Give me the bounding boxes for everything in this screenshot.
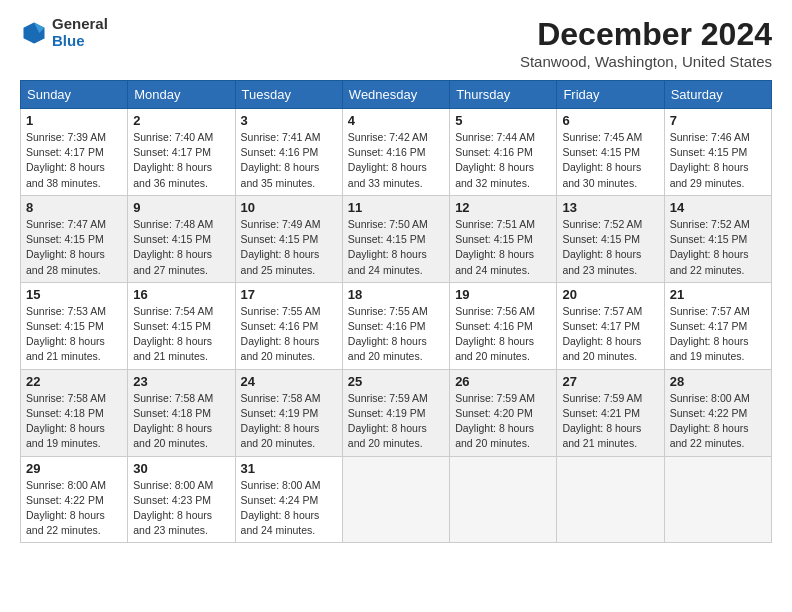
calendar-cell: [450, 456, 557, 543]
day-number: 16: [133, 287, 229, 302]
day-info: Sunrise: 8:00 AM Sunset: 4:24 PM Dayligh…: [241, 478, 337, 539]
day-header-monday: Monday: [128, 81, 235, 109]
day-info: Sunrise: 7:46 AM Sunset: 4:15 PM Dayligh…: [670, 130, 766, 191]
day-header-friday: Friday: [557, 81, 664, 109]
calendar-cell: 12Sunrise: 7:51 AM Sunset: 4:15 PM Dayli…: [450, 195, 557, 282]
calendar-cell: [342, 456, 449, 543]
calendar-cell: 23Sunrise: 7:58 AM Sunset: 4:18 PM Dayli…: [128, 369, 235, 456]
day-info: Sunrise: 7:39 AM Sunset: 4:17 PM Dayligh…: [26, 130, 122, 191]
day-number: 8: [26, 200, 122, 215]
day-info: Sunrise: 7:55 AM Sunset: 4:16 PM Dayligh…: [241, 304, 337, 365]
day-info: Sunrise: 7:41 AM Sunset: 4:16 PM Dayligh…: [241, 130, 337, 191]
day-number: 28: [670, 374, 766, 389]
calendar-cell: 14Sunrise: 7:52 AM Sunset: 4:15 PM Dayli…: [664, 195, 771, 282]
calendar-cell: 18Sunrise: 7:55 AM Sunset: 4:16 PM Dayli…: [342, 282, 449, 369]
calendar-cell: 11Sunrise: 7:50 AM Sunset: 4:15 PM Dayli…: [342, 195, 449, 282]
calendar-cell: 28Sunrise: 8:00 AM Sunset: 4:22 PM Dayli…: [664, 369, 771, 456]
calendar-cell: 9Sunrise: 7:48 AM Sunset: 4:15 PM Daylig…: [128, 195, 235, 282]
logo-blue-text: Blue: [52, 33, 108, 50]
day-number: 10: [241, 200, 337, 215]
day-info: Sunrise: 7:50 AM Sunset: 4:15 PM Dayligh…: [348, 217, 444, 278]
day-info: Sunrise: 7:59 AM Sunset: 4:21 PM Dayligh…: [562, 391, 658, 452]
day-header-tuesday: Tuesday: [235, 81, 342, 109]
day-info: Sunrise: 7:57 AM Sunset: 4:17 PM Dayligh…: [670, 304, 766, 365]
day-info: Sunrise: 7:56 AM Sunset: 4:16 PM Dayligh…: [455, 304, 551, 365]
day-header-wednesday: Wednesday: [342, 81, 449, 109]
day-number: 14: [670, 200, 766, 215]
calendar-cell: 7Sunrise: 7:46 AM Sunset: 4:15 PM Daylig…: [664, 109, 771, 196]
day-info: Sunrise: 7:52 AM Sunset: 4:15 PM Dayligh…: [562, 217, 658, 278]
day-info: Sunrise: 7:54 AM Sunset: 4:15 PM Dayligh…: [133, 304, 229, 365]
logo-general-text: General: [52, 16, 108, 33]
day-number: 20: [562, 287, 658, 302]
day-number: 7: [670, 113, 766, 128]
calendar-cell: 8Sunrise: 7:47 AM Sunset: 4:15 PM Daylig…: [21, 195, 128, 282]
day-number: 1: [26, 113, 122, 128]
day-info: Sunrise: 7:52 AM Sunset: 4:15 PM Dayligh…: [670, 217, 766, 278]
day-number: 12: [455, 200, 551, 215]
calendar-cell: 3Sunrise: 7:41 AM Sunset: 4:16 PM Daylig…: [235, 109, 342, 196]
day-info: Sunrise: 7:59 AM Sunset: 4:19 PM Dayligh…: [348, 391, 444, 452]
day-number: 15: [26, 287, 122, 302]
calendar-cell: 15Sunrise: 7:53 AM Sunset: 4:15 PM Dayli…: [21, 282, 128, 369]
calendar-cell: 27Sunrise: 7:59 AM Sunset: 4:21 PM Dayli…: [557, 369, 664, 456]
day-number: 13: [562, 200, 658, 215]
day-info: Sunrise: 7:44 AM Sunset: 4:16 PM Dayligh…: [455, 130, 551, 191]
day-number: 5: [455, 113, 551, 128]
calendar-cell: 16Sunrise: 7:54 AM Sunset: 4:15 PM Dayli…: [128, 282, 235, 369]
calendar-cell: 2Sunrise: 7:40 AM Sunset: 4:17 PM Daylig…: [128, 109, 235, 196]
title-block: December 2024 Stanwood, Washington, Unit…: [520, 16, 772, 70]
day-info: Sunrise: 8:00 AM Sunset: 4:22 PM Dayligh…: [26, 478, 122, 539]
day-number: 22: [26, 374, 122, 389]
day-info: Sunrise: 7:53 AM Sunset: 4:15 PM Dayligh…: [26, 304, 122, 365]
calendar-cell: 19Sunrise: 7:56 AM Sunset: 4:16 PM Dayli…: [450, 282, 557, 369]
day-info: Sunrise: 7:48 AM Sunset: 4:15 PM Dayligh…: [133, 217, 229, 278]
calendar-cell: [557, 456, 664, 543]
day-header-saturday: Saturday: [664, 81, 771, 109]
day-info: Sunrise: 8:00 AM Sunset: 4:23 PM Dayligh…: [133, 478, 229, 539]
calendar-cell: 10Sunrise: 7:49 AM Sunset: 4:15 PM Dayli…: [235, 195, 342, 282]
month-title: December 2024: [520, 16, 772, 53]
location-subtitle: Stanwood, Washington, United States: [520, 53, 772, 70]
calendar-cell: 24Sunrise: 7:58 AM Sunset: 4:19 PM Dayli…: [235, 369, 342, 456]
day-info: Sunrise: 7:58 AM Sunset: 4:19 PM Dayligh…: [241, 391, 337, 452]
day-info: Sunrise: 7:47 AM Sunset: 4:15 PM Dayligh…: [26, 217, 122, 278]
day-number: 23: [133, 374, 229, 389]
day-header-thursday: Thursday: [450, 81, 557, 109]
calendar-cell: 6Sunrise: 7:45 AM Sunset: 4:15 PM Daylig…: [557, 109, 664, 196]
calendar-cell: 20Sunrise: 7:57 AM Sunset: 4:17 PM Dayli…: [557, 282, 664, 369]
page-header: General Blue December 2024 Stanwood, Was…: [20, 16, 772, 70]
day-number: 18: [348, 287, 444, 302]
calendar-cell: [664, 456, 771, 543]
day-number: 31: [241, 461, 337, 476]
day-number: 26: [455, 374, 551, 389]
day-number: 6: [562, 113, 658, 128]
day-info: Sunrise: 7:58 AM Sunset: 4:18 PM Dayligh…: [26, 391, 122, 452]
day-info: Sunrise: 7:49 AM Sunset: 4:15 PM Dayligh…: [241, 217, 337, 278]
day-number: 3: [241, 113, 337, 128]
calendar-cell: 1Sunrise: 7:39 AM Sunset: 4:17 PM Daylig…: [21, 109, 128, 196]
calendar-cell: 13Sunrise: 7:52 AM Sunset: 4:15 PM Dayli…: [557, 195, 664, 282]
day-number: 30: [133, 461, 229, 476]
logo: General Blue: [20, 16, 108, 49]
calendar-cell: 17Sunrise: 7:55 AM Sunset: 4:16 PM Dayli…: [235, 282, 342, 369]
day-number: 2: [133, 113, 229, 128]
day-number: 21: [670, 287, 766, 302]
day-number: 19: [455, 287, 551, 302]
day-number: 9: [133, 200, 229, 215]
day-info: Sunrise: 8:00 AM Sunset: 4:22 PM Dayligh…: [670, 391, 766, 452]
calendar-cell: 31Sunrise: 8:00 AM Sunset: 4:24 PM Dayli…: [235, 456, 342, 543]
day-info: Sunrise: 7:58 AM Sunset: 4:18 PM Dayligh…: [133, 391, 229, 452]
calendar-cell: 30Sunrise: 8:00 AM Sunset: 4:23 PM Dayli…: [128, 456, 235, 543]
day-info: Sunrise: 7:42 AM Sunset: 4:16 PM Dayligh…: [348, 130, 444, 191]
day-number: 11: [348, 200, 444, 215]
day-number: 4: [348, 113, 444, 128]
calendar-cell: 29Sunrise: 8:00 AM Sunset: 4:22 PM Dayli…: [21, 456, 128, 543]
day-header-sunday: Sunday: [21, 81, 128, 109]
calendar-cell: 4Sunrise: 7:42 AM Sunset: 4:16 PM Daylig…: [342, 109, 449, 196]
day-info: Sunrise: 7:51 AM Sunset: 4:15 PM Dayligh…: [455, 217, 551, 278]
day-info: Sunrise: 7:40 AM Sunset: 4:17 PM Dayligh…: [133, 130, 229, 191]
svg-marker-0: [24, 22, 45, 43]
logo-icon: [20, 19, 48, 47]
calendar-table: SundayMondayTuesdayWednesdayThursdayFrid…: [20, 80, 772, 543]
